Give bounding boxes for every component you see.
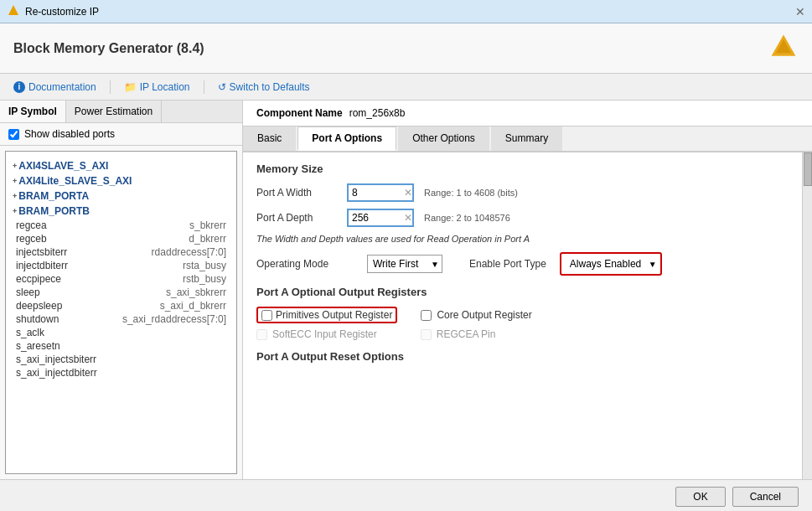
close-button[interactable]: ✕	[795, 5, 805, 18]
app-icon	[7, 3, 20, 19]
title-bar: Re-customize IP ✕	[0, 0, 812, 23]
tab-port-a-options[interactable]: Port A Options	[297, 126, 396, 151]
bram-portb-item[interactable]: + BRAM_PORTB	[13, 204, 230, 219]
scrollbar-thumb[interactable]	[804, 152, 812, 186]
right-panel: Component Name rom_256x8b Basic Port A O…	[243, 101, 812, 479]
operating-mode-select[interactable]: Write First Read First No Change	[367, 255, 442, 273]
tab-other-options[interactable]: Other Options	[398, 126, 489, 151]
title-bar-title: Re-customize IP	[25, 6, 99, 18]
main-content: IP Symbol Power Estimation Show disabled…	[0, 101, 812, 479]
regcea-pin-label: REGCEA Pin	[437, 328, 496, 340]
ok-button[interactable]: OK	[675, 487, 725, 507]
folder-icon: 📁	[124, 81, 137, 93]
show-disabled-checkbox[interactable]	[8, 129, 19, 140]
bram-porta-item[interactable]: + BRAM_PORTA	[13, 188, 230, 204]
port-row-1: regceb d_bkrerr	[13, 232, 230, 245]
scrollbar-track[interactable]	[802, 152, 812, 479]
info-icon: i	[13, 81, 25, 93]
pin-area: + AXI4SLAVE_S_AXI + AXI4Lite_SLAVE_S_AXI…	[9, 155, 233, 383]
expand-icon4: +	[13, 207, 17, 215]
show-disabled-label: Show disabled ports	[24, 128, 115, 140]
axi4lite-item[interactable]: + AXI4Lite_SLAVE_S_AXI	[13, 173, 230, 188]
port-row-6: deepsleep s_axi_d_bkrerr	[13, 299, 230, 312]
port-a-width-label: Port A Width	[256, 187, 340, 199]
info-text: The Width and Depth values are used for …	[256, 234, 789, 244]
port-row-11: s_axi_injectdbiterr	[13, 366, 230, 379]
ip-symbol-area: + AXI4SLAVE_S_AXI + AXI4Lite_SLAVE_S_AXI…	[0, 146, 242, 479]
documentation-label: Documentation	[28, 81, 96, 93]
port-a-depth-input-wrap: ✕	[347, 209, 414, 227]
right-tabs-bar: Basic Port A Options Other Options Summa…	[243, 126, 812, 152]
port-row-10: s_axi_injectsbiterr	[13, 353, 230, 366]
expand-icon3: +	[13, 192, 17, 200]
header: Block Memory Generator (8.4)	[0, 23, 812, 74]
port-row-4: eccpipece rstb_busy	[13, 272, 230, 286]
expand-icon2: +	[13, 177, 17, 185]
ip-location-link[interactable]: 📁 IP Location	[124, 81, 190, 93]
port-row-5: sleep s_axi_sbkrerr	[13, 286, 230, 299]
primitives-output-register-row: Primitives Output Register Core Output R…	[256, 307, 789, 323]
output-registers-section-title: Port A Optional Output Registers	[256, 286, 789, 298]
toolbar-divider	[110, 80, 111, 94]
port-row-0: regcea s_bkrerr	[13, 219, 230, 232]
softECC-input-register-label: SoftECC Input Register	[272, 328, 377, 340]
port-a-depth-row: Port A Depth ✕ Range: 2 to 1048576	[256, 209, 789, 227]
port-row-3: injectdbiterr rsta_busy	[13, 259, 230, 272]
core-output-register-checkbox[interactable]	[421, 310, 432, 321]
xilinx-logo	[768, 32, 799, 65]
tab-basic[interactable]: Basic	[243, 126, 296, 151]
output-reset-section-title: Port A Output Reset Options	[256, 350, 789, 363]
footer: OK Cancel	[0, 479, 812, 511]
svg-marker-0	[8, 5, 18, 15]
port-row-9: s_aresetn	[13, 339, 230, 353]
toolbar: i Documentation 📁 IP Location ↺ Switch t…	[0, 74, 812, 101]
softECC-input-register-checkbox[interactable]	[256, 329, 267, 340]
tab-summary[interactable]: Summary	[491, 126, 562, 151]
primitives-output-register-checkbox[interactable]	[261, 310, 272, 321]
operating-mode-label: Operating Mode	[256, 258, 357, 270]
component-name-label: Component Name	[256, 107, 343, 119]
switch-defaults-label: Switch to Defaults	[230, 81, 310, 93]
enable-port-type-select[interactable]: Always Enabled Use ENA Pin	[565, 256, 659, 272]
enable-port-type-label: Enable Port Type	[469, 258, 546, 270]
softECC-row: SoftECC Input Register REGCEA Pin	[256, 328, 789, 340]
left-tabs: IP Symbol Power Estimation	[0, 101, 242, 123]
ip-location-label: IP Location	[140, 81, 190, 93]
expand-icon: +	[13, 162, 17, 170]
primitives-wrap: Primitives Output Register	[256, 307, 397, 323]
documentation-link[interactable]: i Documentation	[13, 81, 96, 93]
left-panel: IP Symbol Power Estimation Show disabled…	[0, 101, 243, 479]
port-a-width-input-wrap: ✕	[347, 183, 414, 202]
port-a-width-row: Port A Width ✕ Range: 1 to 4608 (bits)	[256, 183, 789, 202]
port-row-8: s_aclk	[13, 326, 230, 339]
cancel-button[interactable]: Cancel	[732, 487, 799, 507]
port-a-depth-clear[interactable]: ✕	[404, 212, 412, 224]
toolbar-divider2	[204, 80, 204, 94]
regcea-pin-checkbox[interactable]	[421, 329, 432, 340]
operating-mode-row: Operating Mode Write First Read First No…	[256, 252, 789, 276]
port-row-7: shutdown s_axi_rdaddrecess[7:0]	[13, 312, 230, 326]
tab-ip-symbol[interactable]: IP Symbol	[0, 101, 66, 122]
component-name-value: rom_256x8b	[349, 107, 406, 119]
port-a-width-range: Range: 1 to 4608 (bits)	[424, 188, 518, 198]
show-disabled-row: Show disabled ports	[0, 123, 242, 146]
app-title: Block Memory Generator (8.4)	[13, 41, 204, 56]
port-row-2: injectsbiterr rdaddrecess[7:0]	[13, 245, 230, 259]
port-a-depth-label: Port A Depth	[256, 212, 340, 224]
primitives-output-register-label: Primitives Output Register	[276, 309, 392, 321]
refresh-icon: ↺	[218, 81, 226, 93]
port-a-depth-range: Range: 2 to 1048576	[424, 213, 510, 223]
always-enabled-wrap: Always Enabled Use ENA Pin ▼	[560, 252, 662, 276]
component-name-bar: Component Name rom_256x8b	[243, 101, 812, 126]
axi4slave-item[interactable]: + AXI4SLAVE_S_AXI	[13, 158, 230, 173]
port-a-width-clear[interactable]: ✕	[404, 187, 412, 199]
tab-content-port-a: Memory Size Port A Width ✕ Range: 1 to 4…	[243, 152, 802, 479]
ip-symbol-diagram: + AXI4SLAVE_S_AXI + AXI4Lite_SLAVE_S_AXI…	[5, 151, 237, 474]
tab-power-estimation[interactable]: Power Estimation	[66, 101, 162, 122]
operating-mode-select-wrap: Write First Read First No Change ▼	[367, 255, 442, 273]
core-output-register-label: Core Output Register	[437, 309, 531, 321]
memory-size-section-title: Memory Size	[256, 163, 789, 175]
switch-defaults-link[interactable]: ↺ Switch to Defaults	[218, 81, 310, 93]
